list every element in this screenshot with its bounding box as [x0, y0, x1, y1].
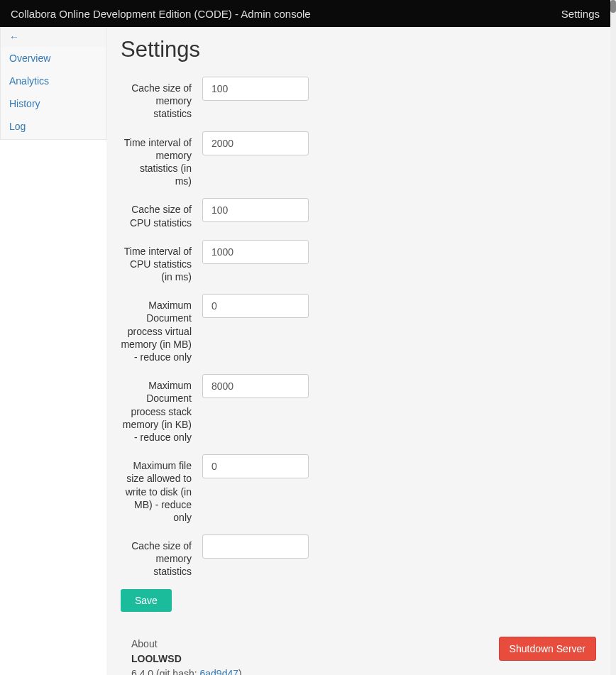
field-label: Time interval of memory statistics (in m… — [121, 131, 202, 188]
main-panel: Settings Cache size of memory statistics… — [106, 27, 610, 675]
field-label: Cache size of CPU statistics — [121, 198, 202, 229]
field-mem-cache-size-2: Cache size of memory statistics — [121, 534, 596, 578]
loolwsd-name: LOOLWSD — [131, 653, 182, 664]
max-filesize-input[interactable] — [202, 454, 309, 478]
save-button[interactable]: Save — [121, 589, 172, 612]
sidebar-back-button[interactable]: ← — [1, 27, 106, 47]
max-stack-input[interactable] — [202, 374, 309, 398]
topbar-page-label: Settings — [561, 8, 600, 20]
mem-interval-input[interactable] — [202, 131, 309, 155]
field-label: Maximum Document process virtual memory … — [121, 294, 202, 363]
sidebar-item-log[interactable]: Log — [1, 115, 106, 138]
sidebar-item-overview[interactable]: Overview — [1, 47, 106, 70]
field-max-filesize: Maximum file size allowed to write to di… — [121, 454, 596, 524]
field-label: Cache size of memory statistics — [121, 534, 202, 578]
max-vmem-input[interactable] — [202, 294, 309, 318]
loolwsd-close: ) — [238, 668, 242, 675]
cpu-interval-input[interactable] — [202, 240, 309, 264]
topbar: Collabora Online Development Edition (CO… — [0, 0, 610, 27]
field-mem-interval: Time interval of memory statistics (in m… — [121, 131, 596, 188]
page-title: Settings — [121, 37, 596, 62]
sidebar-item-analytics[interactable]: Analytics — [1, 70, 106, 92]
scrollbar-thumb[interactable] — [610, 0, 616, 13]
field-label: Maximum file size allowed to write to di… — [121, 454, 202, 524]
field-cpu-interval: Time interval of CPU statistics (in ms) — [121, 240, 596, 284]
loolwsd-version: 6.4.0 (git hash: — [131, 668, 200, 675]
field-cpu-cache-size: Cache size of CPU statistics — [121, 198, 596, 229]
mem-cache-size-input[interactable] — [202, 77, 309, 101]
cpu-cache-size-input[interactable] — [202, 198, 309, 222]
field-label: Cache size of memory statistics — [121, 77, 202, 121]
loolwsd-hash-link[interactable]: 6ad9d47 — [200, 668, 239, 675]
scrollbar-track — [610, 0, 616, 675]
field-label: Maximum Document process stack memory (i… — [121, 374, 202, 444]
sidebar: ← Overview Analytics History Log — [0, 27, 106, 140]
sidebar-item-history[interactable]: History — [1, 92, 106, 115]
field-max-vmem: Maximum Document process virtual memory … — [121, 294, 596, 363]
shutdown-server-button[interactable]: Shutdown Server — [499, 637, 596, 661]
app-title: Collabora Online Development Edition (CO… — [11, 8, 311, 20]
field-mem-cache-size: Cache size of memory statistics — [121, 77, 596, 121]
field-label: Time interval of CPU statistics (in ms) — [121, 240, 202, 284]
field-max-stack: Maximum Document process stack memory (i… — [121, 374, 596, 444]
mem-cache-size-2-input[interactable] — [202, 534, 309, 559]
